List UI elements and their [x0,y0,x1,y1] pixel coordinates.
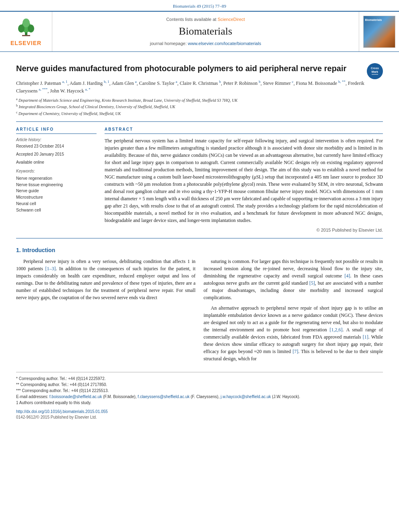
ref-5[interactable]: [5] [309,280,315,286]
article-title: Nerve guides manufactured from photocura… [16,63,363,74]
footnote-corresponding-2: ** Corresponding author. Tel.: +44 (0)11… [16,382,383,388]
journal-center-header: Contents lists available at ScienceDirec… [52,12,359,51]
received-date: Received 23 October 2014 [16,144,97,149]
accepted-date: Accepted 20 January 2015 [16,152,97,157]
doi-issn-section: http://dx.doi.org/10.1016/j.biomaterials… [16,409,383,420]
contents-available-line: Contents lists available at ScienceDirec… [166,16,245,23]
journal-homepage-line: journal homepage: www.elsevier.com/locat… [150,41,261,47]
keyword-2: Nerve tissue engineering [16,182,97,188]
ref-1b[interactable]: [1] [363,334,368,340]
authors-line: Christopher J. Pateman a, 1, Adam J. Har… [16,79,383,94]
doi-line: http://dx.doi.org/10.1016/j.biomaterials… [16,409,383,415]
intro-para-1: Peripheral nerve injury is often a very … [16,258,195,301]
keywords-label: Keywords: [16,168,97,174]
copyright-line: © 2015 Published by Elsevier Ltd. [105,227,383,233]
intro-col-left: Peripheral nerve injury is often a very … [16,258,195,366]
ref-1-2-6[interactable]: [1,2,6] [330,327,343,333]
abstract-text: The peripheral nervous system has a limi… [105,137,383,224]
elsevier-logo-section: ELSEVIER [0,12,52,51]
ref-4[interactable]: [4] [344,273,350,279]
email-boissonade[interactable]: f.boissonade@sheffield.ac.uk [49,394,102,399]
affiliation-c: c Department of Chemistry, University of… [16,110,383,117]
journal-homepage-link[interactable]: www.elsevier.com/locate/biomaterials [188,41,261,46]
crossmark-badge: Cross Mark [367,63,383,79]
affiliations-section: a Department of Materials Science and En… [16,97,383,117]
keyword-3: Nerve guide [16,188,97,194]
footnotes-section: * Corresponding author. Tel.: +44 (0)114… [16,372,383,406]
article-info-header: ARTICLE INFO [16,127,97,134]
article-info-abstract-section: ARTICLE INFO Article history: Received 2… [16,127,383,233]
svg-rect-5 [22,35,30,36]
journal-cover-image: Biomaterials [363,16,395,48]
svg-text:Mark: Mark [372,70,378,73]
article-info-column: ARTICLE INFO Article history: Received 2… [16,127,97,233]
issn-line: 0142-9612/© 2015 Published by Elsevier L… [16,415,383,420]
elsevier-logo: ELSEVIER [10,16,41,47]
history-label: Article history: [16,137,97,143]
journal-cover-section: Biomaterials [359,12,399,51]
journal-title: Biomaterials [179,24,232,39]
elsevier-brand-text: ELSEVIER [10,39,41,47]
journal-header: ELSEVIER Contents lists available at Sci… [0,11,399,52]
available-online: Available online [16,160,97,165]
main-content: Nerve guides manufactured from photocura… [0,52,399,427]
section-divider-1 [16,121,383,122]
keyword-1: Nerve regeneration [16,175,97,182]
intro-para-2: suturing is common. For larger gaps this… [204,258,383,301]
ref-1-3[interactable]: [1–3] [45,266,56,271]
section-title: 1. Introduction [16,246,383,255]
cover-title-text: Biomaterials [365,18,382,22]
keyword-5: Neural cell [16,201,97,207]
footnote-corresponding-1: * Corresponding author. Tel.: +44 (0)114… [16,376,383,382]
svg-point-4 [23,18,30,27]
email-haycock[interactable]: j.w.haycock@sheffield.ac.uk [221,394,271,399]
ref-7[interactable]: [7] [292,349,298,354]
abstract-column: ABSTRACT The peripheral nervous system h… [105,127,383,233]
journal-reference: Biomaterials 49 (2015) 77–89 [0,0,399,11]
sciencedirect-link[interactable]: ScienceDirect [218,17,245,22]
keyword-6: Schwann cell [16,207,97,214]
abstract-header: ABSTRACT [105,127,383,134]
intro-para-3: An alternative approach to peripheral ne… [204,304,383,362]
introduction-body: Peripheral nerve injury is often a very … [16,258,383,366]
keyword-4: Microstructure [16,194,97,201]
journal-ref-text: Biomaterials 49 (2015) 77–89 [173,4,226,8]
affiliation-b: b Integrated Biosciences Group, School o… [16,103,383,110]
svg-text:Cross: Cross [371,67,379,70]
affiliation-a: a Department of Materials Science and En… [16,97,383,103]
footnote-emails: E-mail addresses: f.boissonade@sheffield… [16,394,383,400]
footnote-equal-contrib: 1 Authors contributed equally to this st… [16,400,383,406]
introduction-section: 1. Introduction Peripheral nerve injury … [16,246,383,366]
doi-link[interactable]: http://dx.doi.org/10.1016/j.biomaterials… [16,409,108,414]
email-claeyssens[interactable]: f.claeyssens@sheffield.ac.uk [138,394,189,399]
elsevier-tree-icon [14,16,38,38]
keywords-list: Nerve regeneration Nerve tissue engineer… [16,175,97,214]
intro-col-right: suturing is common. For larger gaps this… [204,258,383,366]
footnote-corresponding-3: *** Corresponding author. Tel.: +44 (0)1… [16,388,383,394]
crossmark-icon: Cross Mark [368,64,382,78]
section-divider-2 [16,238,383,238]
